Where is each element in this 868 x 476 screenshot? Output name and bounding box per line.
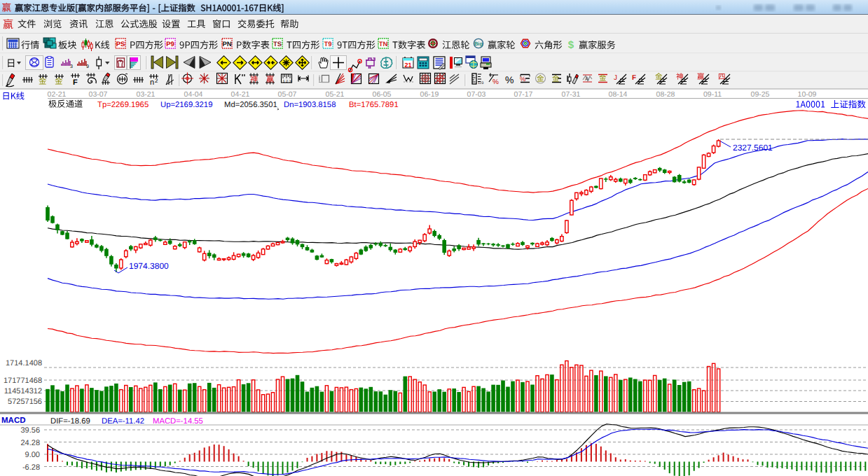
svg-text:3: 3 [70,64,73,69]
svg-text:2: 2 [155,78,158,84]
svg-text:%: % [520,76,526,83]
svg-text:1714.1408: 1714.1408 [6,359,42,368]
svg-text:-6.28: -6.28 [22,463,40,472]
svg-text:TN: TN [379,41,388,48]
svg-text:2327.5601: 2327.5601 [733,143,773,153]
svg-text:04-04: 04-04 [184,90,203,99]
svg-text:PN: PN [222,41,231,48]
svg-text:114514312: 114514312 [4,387,42,396]
svg-text:9.00: 9.00 [25,451,40,459]
svg-text:DIF=-18.69: DIF=-18.69 [50,417,90,426]
svg-text:9: 9 [86,64,89,69]
svg-text:1974.3800: 1974.3800 [129,261,169,271]
svg-text:03-21: 03-21 [137,90,156,99]
svg-text:07-03: 07-03 [467,90,486,99]
svg-text:Tp=2269.1965: Tp=2269.1965 [97,101,149,109]
svg-text:$: $ [568,39,574,51]
svg-text:04-21: 04-21 [231,90,250,99]
svg-text:03-07: 03-07 [89,90,108,99]
svg-text:1 2 3: 1 2 3 [283,80,291,84]
svg-text:%: % [492,78,499,86]
svg-text:MACD=-14.55: MACD=-14.55 [153,417,203,426]
svg-text:09-11: 09-11 [703,90,722,99]
svg-text:123: 123 [478,81,484,85]
svg-text:Up=2169.3219: Up=2169.3219 [160,101,212,109]
svg-text:08-14: 08-14 [609,90,628,99]
svg-text:07-31: 07-31 [562,90,581,99]
svg-text:P9: P9 [166,41,174,48]
svg-text:08-28: 08-28 [656,90,675,99]
svg-text:MACD: MACD [1,416,26,425]
svg-text:A: A [585,76,589,82]
svg-text:TS: TS [273,41,282,48]
svg-text:57257156: 57257156 [8,398,42,406]
svg-text:05-07: 05-07 [278,90,297,99]
svg-text:06-19: 06-19 [420,90,439,99]
svg-text:Dn=1903.8158: Dn=1903.8158 [284,101,336,109]
svg-text:DEA=-11.42: DEA=-11.42 [102,417,144,426]
svg-text:10-09: 10-09 [798,90,817,99]
svg-text:02-21: 02-21 [48,90,67,99]
svg-text:39.56: 39.56 [20,426,40,435]
svg-text:07-17: 07-17 [514,90,533,99]
svg-text:T9: T9 [324,41,331,48]
svg-text:PS: PS [116,41,125,48]
svg-text:Big: Big [474,41,483,47]
svg-text:06-05: 06-05 [373,90,392,99]
svg-text:J: J [614,74,617,82]
svg-text:n: n [150,78,154,87]
svg-text:21: 21 [404,62,411,69]
svg-text:F: F [73,78,78,87]
svg-text:24.28: 24.28 [20,439,40,447]
svg-text:Bt=1765.7891: Bt=1765.7891 [349,101,399,109]
svg-text:Md=2056.3501: Md=2056.3501 [224,101,277,109]
svg-text:05-21: 05-21 [326,90,345,99]
svg-text:09-25: 09-25 [751,90,770,99]
svg-text:%: % [505,74,514,85]
svg-text:F: F [632,74,636,82]
svg-text:171771468: 171771468 [4,377,42,385]
